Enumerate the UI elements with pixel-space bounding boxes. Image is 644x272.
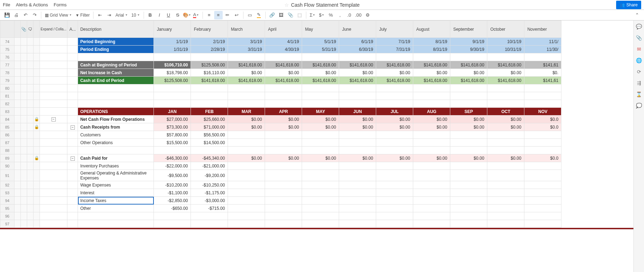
format-icon[interactable]: ▭ [246,11,254,19]
table-row[interactable]: 93Interest-$1,100.00-$1,175.00 [0,189,561,197]
people-icon: 👥 [620,2,625,7]
table-row[interactable]: 76 [0,53,561,61]
underline-icon[interactable]: U [164,11,173,19]
col-jan[interactable]: January [154,21,191,38]
attachment-icon[interactable]: 📎 [286,11,295,19]
doc-title[interactable]: Cash Flow Statement Template [291,2,360,8]
wrap-icon[interactable]: ↩ [233,11,241,19]
table-row[interactable]: 91General Operating & Administrative Exp… [0,170,561,181]
share-button[interactable]: 👥 Share [616,1,641,9]
star-icon[interactable]: ☆ [284,2,289,8]
col-sep[interactable]: September [450,21,487,38]
strike-icon[interactable]: S [174,11,182,19]
sheet-area[interactable]: 📎 🗨 Expand / Colla... A... Description J… [0,20,633,272]
table-row[interactable]: 86Customers$57,800.00$56,500.00 [0,131,561,139]
bold-icon[interactable]: B [146,11,155,19]
col-expand[interactable]: Expand / Colla... [40,21,67,38]
title-bar: ☆ Cash Flow Statement Template [284,2,360,8]
textcolor-icon[interactable]: A▼ [192,11,200,19]
col-description[interactable]: Description [78,21,154,38]
right-panel: 💬 📎 ✉ 🌐 ⟳ ⇶ ⌛ 💭 [633,20,644,272]
indent-icon[interactable]: ⇥ [105,11,113,19]
col-mar[interactable]: March [228,21,265,38]
barcode-icon[interactable]: ⬚ [295,11,304,19]
print-icon[interactable]: 🖨 [12,11,20,19]
table-row[interactable]: 94Income Taxes-$2,850.00-$3,000.00 [0,197,561,205]
col-discuss[interactable]: 🗨 [27,21,34,38]
align-left-icon[interactable]: ≡ [205,11,213,19]
table-row[interactable]: 75Period Ending1/31/192/28/193/31/194/30… [0,46,561,53]
outdent-icon[interactable]: ⇤ [96,11,104,19]
menubar: File Alerts & Actions Forms ☆ Cash Flow … [0,0,644,10]
col-jun[interactable]: June [339,21,376,38]
table-row[interactable]: 83OPERATIONSJANFEBMARAPRMAYJUNJULAUGSEPO… [0,108,561,116]
percent-icon[interactable]: % [327,11,335,19]
font-selector[interactable]: Arial ▼ [114,13,129,18]
col-attach[interactable]: 📎 [21,21,27,38]
col-nov[interactable]: November [524,21,561,38]
col-blank1[interactable] [14,21,21,38]
menu-forms[interactable]: Forms [54,2,67,7]
table-row[interactable]: 79Cash at End of Period$125,508.00$141,6… [0,77,561,84]
table-row[interactable]: 92Wage Expenses-$10,200.00-$10,250.00 [0,181,561,189]
clear-format-icon[interactable]: ✎ [255,11,263,19]
table-row[interactable]: 87Other Operations$15,500.00$14,500.00 [0,139,561,147]
grid[interactable]: 📎 🗨 Expand / Colla... A... Description J… [0,20,561,228]
currency-icon[interactable]: $▼ [318,11,326,19]
table-row[interactable]: 88 [0,147,561,154]
image-icon[interactable]: 🖼 [277,11,285,19]
menu-alerts[interactable]: Alerts & Actions [16,2,48,7]
filter-button[interactable]: ▼ Filter [74,13,91,18]
table-row[interactable]: 96 [0,212,561,220]
table-row[interactable]: 80 [0,84,561,92]
table-row[interactable]: 85🔒−Cash Receipts from$73,300.00$71,000.… [0,123,561,131]
update-icon[interactable]: ⟳ [636,69,642,75]
format-panel-icon[interactable]: ⇶ [636,80,642,86]
col-aug[interactable]: August [413,21,450,38]
col-blank2[interactable] [34,21,40,38]
save-icon[interactable]: 💾 [3,11,11,19]
fill-icon[interactable]: 🎨▼ [183,11,191,19]
table-row[interactable]: 89🔒−Cash Paid for-$46,300.00-$45,340.00$… [0,154,561,162]
col-a[interactable]: A... [67,21,78,38]
col-oct[interactable]: October [487,21,524,38]
thousands-icon[interactable]: , [336,11,344,19]
col-feb[interactable]: February [191,21,228,38]
proof-icon[interactable]: ✉ [636,46,642,52]
link-icon[interactable]: 🔗 [268,11,276,19]
activity-icon[interactable]: ⌛ [636,91,642,97]
table-row[interactable]: 74Period Beginning1/1/192/1/193/1/194/1/… [0,38,561,46]
table-row[interactable]: 90Inventory Purchases-$22,000.00-$21,000… [0,162,561,170]
table-row[interactable]: 78Net Increase in Cash$18,798.00$16,110.… [0,69,561,77]
table-row[interactable]: 82 [0,100,561,108]
table-row[interactable]: 77Cash at Beginning of Period$106,710.00… [0,61,561,69]
decimal-dec-icon[interactable]: .0 [345,11,354,19]
col-apr[interactable]: April [265,21,302,38]
fontsize-selector[interactable]: 10 ▼ [130,13,141,18]
comments-icon[interactable]: 💬 [636,23,642,30]
col-jul[interactable]: July [376,21,413,38]
globe-icon[interactable]: 🌐 [636,57,642,64]
collapse-toolbar-icon[interactable]: ⌃ [633,11,641,19]
view-selector[interactable]: ▦ Grid View ▼ [43,13,73,18]
align-center-icon[interactable]: ≡ [214,11,223,19]
undo-icon[interactable]: ↶ [21,11,30,19]
col-may[interactable]: May [302,21,339,38]
table-row[interactable]: 84🔒−Net Cash Flow From Operations$27,000… [0,116,561,123]
table-row[interactable]: 81 [0,92,561,100]
table-row[interactable]: 95Other-$650.00-$715.00 [0,205,561,212]
menu-file[interactable]: File [3,2,10,7]
chat-icon[interactable]: 💭 [636,102,642,109]
toolbar: 💾 🖨 ↶ ↷ ▦ Grid View ▼ ▼ Filter ⇤ ⇥ Arial… [0,10,644,20]
highlight-icon[interactable]: ✏ [223,11,232,19]
redo-icon[interactable]: ↷ [30,11,39,19]
sum-icon[interactable]: Σ▼ [308,11,317,19]
decimal-inc-icon[interactable]: .00 [354,11,363,19]
italic-icon[interactable]: I [155,11,164,19]
more-format-icon[interactable]: ⚙ [363,11,372,19]
corner-cell[interactable] [0,21,14,38]
table-row[interactable]: 97 [0,220,561,228]
attach-panel-icon[interactable]: 📎 [636,35,642,41]
